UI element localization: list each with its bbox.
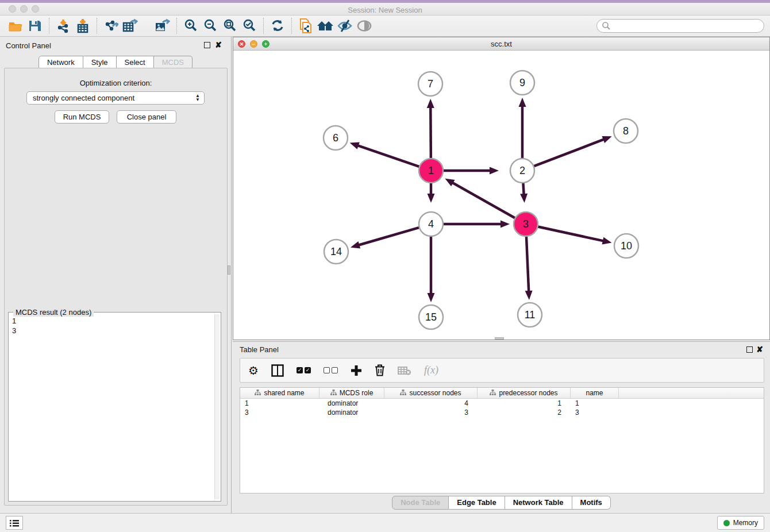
arrowhead-icon (500, 221, 510, 228)
cell-MCDS-role: dominator (319, 399, 384, 408)
toolbar-separator (49, 18, 49, 34)
optimization-criterion-label: Optimization criterion: (5, 79, 227, 87)
select-all-checkboxes-icon[interactable]: ✓✓ (297, 367, 311, 373)
node-label-4: 4 (428, 218, 434, 230)
column-header-name[interactable]: name (571, 388, 619, 398)
zoom-selected-icon[interactable] (240, 17, 259, 34)
tab-motifs[interactable]: Motifs (572, 496, 611, 510)
cell-successor-nodes: 3 (384, 408, 478, 417)
hierarchy-icon (400, 389, 406, 397)
titlebar: Session: New Session (0, 3, 770, 16)
hierarchy-icon (330, 389, 337, 397)
hierarchy-icon (255, 389, 261, 397)
deselect-all-checkboxes-icon[interactable] (324, 367, 338, 373)
splitter-grip[interactable] (228, 265, 230, 275)
node-label-11: 11 (525, 309, 536, 321)
zoom-out-icon[interactable] (201, 17, 220, 34)
mcds-panel-body: Optimization criterion: strongly connect… (4, 68, 228, 506)
control-panel: Control Panel ✘ NetworkStyleSelectMCDS O… (0, 37, 232, 513)
float-panel-icon[interactable] (204, 42, 210, 48)
cell-shared-name: 3 (240, 408, 319, 417)
cell-MCDS-role: dominator (319, 408, 384, 417)
tab-edge-table[interactable]: Edge Table (449, 496, 505, 510)
network-window-title: scc.txt (233, 40, 769, 48)
table-settings-icon[interactable]: ⚙ (248, 364, 259, 377)
zoom-fit-icon[interactable] (220, 17, 240, 34)
edge-3-11[interactable] (526, 235, 529, 295)
splitter-grip[interactable] (495, 337, 504, 340)
result-scrollbar[interactable] (214, 314, 220, 499)
close-panel-icon[interactable]: ✘ (756, 346, 763, 353)
table-row[interactable]: 1dominator411 (240, 399, 764, 408)
edge-3-1[interactable] (449, 181, 516, 219)
column-header-predecessor-nodes[interactable]: predecessor nodes (478, 388, 571, 398)
zoom-in-icon[interactable] (181, 17, 201, 34)
arrowhead-icon (519, 98, 526, 107)
table-panel: Table Panel ✘ ⚙ ✓✓ f(x) shared nameMCDS … (233, 341, 770, 513)
close-panel-icon[interactable]: ✘ (215, 42, 222, 48)
arrowhead-icon (602, 237, 612, 245)
control-panel-title: Control Panel (6, 41, 51, 50)
arrowhead-icon (427, 99, 434, 108)
status-bar: Memory (0, 513, 770, 532)
criterion-value: strongly connected component (33, 94, 134, 102)
export-image-icon[interactable] (153, 17, 172, 34)
tab-node-table[interactable]: Node Table (392, 496, 449, 510)
cell-name: 1 (571, 399, 619, 408)
mcds-result-group: MCDS result (2 nodes) 1 3 (8, 312, 221, 502)
table-header-row: shared nameMCDS rolesuccessor nodesprede… (240, 388, 764, 399)
search-input[interactable] (596, 19, 764, 33)
chevron-up-down-icon: ▲▼ (195, 94, 200, 102)
run-mcds-button[interactable]: Run MCDS (55, 110, 109, 124)
import-network-icon[interactable] (53, 17, 73, 34)
arrowhead-icon (525, 291, 533, 300)
task-history-button[interactable] (6, 516, 23, 530)
cell-predecessor-nodes: 1 (478, 399, 571, 408)
tab-network-table[interactable]: Network Table (505, 496, 572, 510)
birds-eye-view-icon[interactable] (355, 17, 374, 34)
arrowhead-icon (602, 136, 611, 143)
open-session-icon[interactable] (6, 17, 25, 34)
column-header-MCDS-role[interactable]: MCDS role (319, 388, 384, 398)
network-view-window: ✕ − + scc.txt 7968124314101511 (233, 37, 770, 340)
delete-table-icon[interactable] (398, 365, 411, 376)
criterion-dropdown[interactable]: strongly connected component ▲▼ (26, 91, 205, 105)
arrowhead-icon (428, 293, 435, 302)
edge-4-14[interactable] (355, 227, 420, 246)
edge-1-6[interactable] (355, 144, 421, 167)
export-network-icon[interactable] (101, 17, 121, 34)
node-table: shared nameMCDS rolesuccessor nodesprede… (240, 387, 764, 494)
add-row-icon[interactable] (351, 365, 362, 376)
edge-2-8[interactable] (533, 138, 607, 167)
node-label-9: 9 (519, 77, 525, 88)
table-row[interactable]: 3dominator323 (240, 408, 764, 417)
table-panel-title: Table Panel (240, 345, 279, 354)
node-label-2: 2 (519, 165, 525, 176)
toggle-graphics-details-icon[interactable] (335, 17, 355, 34)
duplicate-network-icon[interactable] (296, 17, 315, 34)
column-header-successor-nodes[interactable]: successor nodes (384, 388, 478, 398)
close-panel-button[interactable]: Close panel (117, 110, 176, 124)
column-header-shared-name[interactable]: shared name (240, 388, 319, 398)
delete-row-icon[interactable] (375, 364, 385, 376)
network-graph-canvas[interactable]: 7968124314101511 (233, 51, 769, 340)
arrowhead-icon (351, 241, 360, 248)
float-panel-icon[interactable] (746, 346, 753, 353)
edge-1-7[interactable] (430, 104, 431, 160)
toolbar-separator (97, 18, 97, 34)
cell-successor-nodes: 4 (384, 399, 478, 408)
arrowhead-icon (428, 194, 435, 203)
import-table-icon[interactable] (73, 17, 93, 34)
node-label-6: 6 (333, 132, 338, 144)
save-session-icon[interactable] (25, 17, 45, 34)
network-home-icon[interactable] (315, 17, 335, 34)
memory-label: Memory (733, 519, 758, 527)
column-panel-icon[interactable] (271, 364, 284, 377)
apply-function-icon[interactable]: f(x) (424, 364, 438, 376)
export-table-icon[interactable] (121, 17, 140, 34)
arrowhead-icon (520, 194, 528, 203)
apply-layout-icon[interactable] (268, 17, 287, 34)
edge-3-10[interactable] (537, 226, 607, 242)
memory-button[interactable]: Memory (717, 516, 764, 530)
node-label-8: 8 (623, 125, 629, 137)
